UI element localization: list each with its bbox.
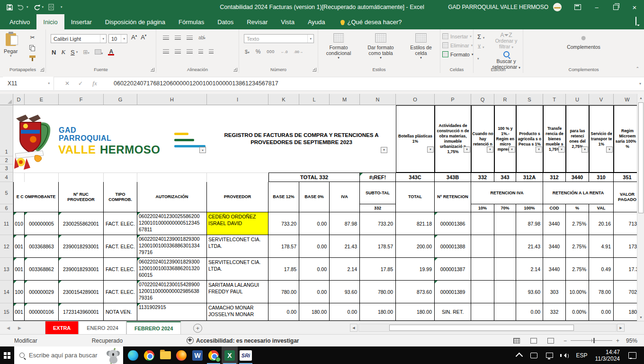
header-subtotal-code[interactable]: 332 (360, 204, 396, 212)
menu-tab-inicio[interactable]: Inicio (36, 14, 64, 29)
cell-H4[interactable] (137, 173, 207, 182)
sheet-grid[interactable]: DEFGHIKLMNOPQRSTUVW1234561112131415 GAD … (0, 94, 637, 321)
sheet-tab-enero-2024[interactable]: ENERO 2024 (79, 321, 126, 334)
cell-M12[interactable]: 21.43 (330, 235, 360, 258)
cell-report-title[interactable]: REGISTRO DE FACTURAS DE COMPRA Y RETENCI… (207, 105, 396, 173)
cell-O14[interactable]: 873.60 (396, 281, 435, 303)
collapse-ribbon-icon[interactable]: ⌃ (635, 66, 639, 71)
minimize-button[interactable]: – (587, 0, 606, 14)
autosum-icon[interactable]: Σ ▾ (477, 33, 484, 40)
taskbar-firefox-icon[interactable] (173, 346, 189, 364)
header-base0[interactable]: BASE 0% (299, 182, 330, 212)
row-header-2[interactable]: 2 (0, 156, 13, 164)
filter-button[interactable]: ▾ (536, 146, 542, 153)
header-cell-U1[interactable]: para las retenci ones del 2,75%▾ (566, 105, 589, 173)
customize-qat-icon[interactable]: ▾ (61, 5, 63, 9)
cell-G4[interactable] (104, 173, 137, 182)
cell-U15[interactable]: 0.00% (566, 303, 589, 321)
percent-style-icon[interactable]: % (256, 48, 261, 55)
name-box[interactable]: X11 ▾ (3, 77, 54, 90)
align-left-icon[interactable] (163, 49, 169, 54)
sheet-tab-extra[interactable]: EXTRA (45, 321, 79, 334)
align-top-icon[interactable] (163, 36, 169, 40)
cell-N14[interactable]: 780.00 (360, 281, 396, 303)
cell-Q12[interactable] (471, 235, 494, 258)
column-header-I[interactable]: I (207, 94, 268, 105)
cell-N13[interactable]: 17.85 (360, 258, 396, 281)
cell-R14[interactable] (494, 281, 516, 303)
header-cell-W1[interactable]: Regim Microem saria 100% y % (614, 105, 637, 173)
cell-V15[interactable]: 0.00 (589, 303, 614, 321)
filter-button[interactable]: ▾ (464, 146, 470, 153)
taskbar-chrome-icon[interactable] (141, 346, 157, 364)
account-name[interactable]: GAD PARROQUIAL VALLE HERMOSO (448, 4, 548, 10)
copy-icon[interactable] (29, 45, 35, 51)
scroll-up-icon[interactable]: ▲ (637, 94, 644, 101)
cell-K13[interactable]: 17.85 (268, 258, 299, 281)
column-header-D[interactable]: D (13, 94, 25, 105)
column-header-V[interactable]: V (589, 94, 614, 105)
cell-F12[interactable]: 2390018293001 (59, 235, 104, 258)
row-header-3[interactable]: 3 (0, 164, 13, 173)
redo-caret-icon[interactable]: ▾ (42, 5, 44, 9)
cell-E15[interactable]: 000000106 (25, 303, 59, 321)
cell-total-332[interactable]: TOTAL 332 (268, 173, 360, 182)
restore-button[interactable] (606, 0, 625, 14)
cell-W12[interactable]: 173. (614, 235, 637, 258)
menu-tab-f-rmulas[interactable]: Fórmulas (172, 14, 211, 29)
filter-button[interactable]: ▾ (606, 146, 613, 153)
enter-icon[interactable]: ✓ (75, 77, 86, 90)
filter-button[interactable]: ▾ (487, 146, 493, 153)
header-proveedor[interactable]: PROVEEDOR (207, 182, 268, 212)
filter-button[interactable]: ▾ (558, 146, 565, 153)
cell-L12[interactable]: 0.00 (299, 235, 330, 258)
column-header-H[interactable]: H (137, 94, 207, 105)
fill-icon[interactable]: ⊻ ▾ (477, 44, 484, 50)
taskbar-excel-icon[interactable]: X (222, 346, 238, 364)
column-header-O[interactable]: O (396, 94, 435, 105)
cell-F4[interactable] (59, 173, 104, 182)
column-header-E[interactable]: E (25, 94, 59, 105)
cell-F15[interactable]: 1723143960001 (59, 303, 104, 321)
cell-R11[interactable] (494, 212, 516, 235)
cell-E14[interactable]: 000000029 (25, 281, 59, 303)
menu-tab-vista[interactable]: Vista (274, 14, 301, 29)
increase-font-icon[interactable]: A▴ (131, 34, 137, 41)
share-comment-button[interactable] (635, 17, 636, 26)
clipboard-dialog-launcher[interactable] (40, 68, 44, 72)
cell-S4[interactable]: 312A (516, 173, 543, 182)
menu-tab-archivo[interactable]: Archivo (3, 14, 36, 29)
header-ret-70[interactable]: 70% (494, 204, 516, 212)
column-header-L[interactable]: L (299, 94, 330, 105)
increase-decimal-icon[interactable]: ←.0 (281, 50, 288, 54)
taskbar-edge-icon[interactable] (125, 346, 141, 364)
cell-T14[interactable]: 303 (543, 281, 566, 303)
row-header-14[interactable]: 14 (0, 281, 13, 303)
accounting-format-icon[interactable]: $▾ (245, 49, 250, 55)
conditional-formatting-button[interactable]: Formato condicional ▾ (321, 33, 356, 60)
cell-W14[interactable]: 702. (614, 281, 637, 303)
start-button[interactable] (0, 346, 14, 364)
vertical-scroll-thumb[interactable] (638, 102, 644, 213)
cell-Q4[interactable]: 332 (471, 173, 494, 182)
row-header-4[interactable]: 4 (0, 173, 13, 182)
cell-H14[interactable]: 0702202401230015428900120011000000000298… (137, 281, 207, 303)
align-center-icon[interactable] (175, 49, 181, 54)
select-all-corner[interactable] (0, 94, 13, 105)
cell-I13[interactable]: SERVITELCONET CIA. LTDA. (207, 258, 268, 281)
header-total[interactable]: TOTAL (396, 182, 435, 212)
row-header-11[interactable]: 11 (0, 212, 13, 235)
header-comprobante[interactable]: E C OMPROBANTE (13, 182, 59, 212)
zoom-knob[interactable] (593, 338, 595, 343)
cell-D11[interactable]: 010 (13, 212, 25, 235)
cell-V14[interactable]: 78.00 (589, 281, 614, 303)
cell-E4[interactable] (25, 173, 59, 182)
cell-G12[interactable]: FACT. ELEC. (104, 235, 137, 258)
cell-Q13[interactable] (471, 258, 494, 281)
header-subtotal[interactable]: SUBTO-TAL (360, 182, 396, 204)
cell-D14[interactable]: 100 (13, 281, 25, 303)
column-header-W[interactable]: W (614, 94, 637, 105)
paste-button[interactable]: Pegar ▾ (4, 33, 18, 58)
cell-U11[interactable]: 2.75% (566, 212, 589, 235)
cell-W11[interactable]: 713. (614, 212, 637, 235)
